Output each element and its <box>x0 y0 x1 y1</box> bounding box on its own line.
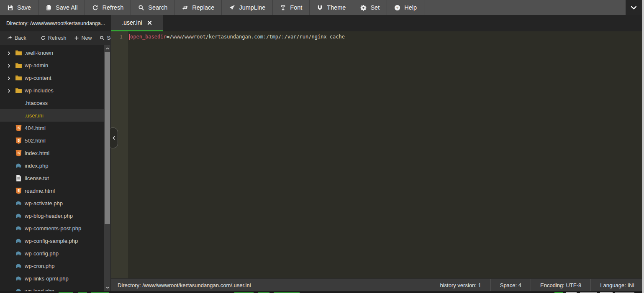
tree-icon-slot: 5 <box>15 125 25 132</box>
status-items: history version: 1Space: 4Encoding: UTF-… <box>431 279 644 291</box>
php-icon <box>15 162 22 169</box>
tree-item-wp-activate-php[interactable]: wp-activate.php <box>0 197 104 209</box>
tree-item-wp-cron-php[interactable]: wp-cron.php <box>0 260 104 272</box>
tree-item-well-known[interactable]: .well-known <box>0 46 104 59</box>
tree-item-index-html[interactable]: 5index.html <box>0 147 104 159</box>
sidebar-collapse-handle[interactable] <box>110 127 118 148</box>
tree-scrollbar <box>104 45 110 291</box>
tree-item-404-html[interactable]: 5404.html <box>0 122 104 134</box>
toolbar-button-label: JumpLine <box>239 4 265 11</box>
code-value: =/www/wwwroot/kertasundangan.com:/tmp/:/… <box>167 34 345 40</box>
status-item-space: Space: 4 <box>491 279 531 291</box>
sidebar-button-refresh[interactable]: Refresh <box>37 35 70 41</box>
tree-expand-slot <box>7 101 15 105</box>
tree-item-license-txt[interactable]: license.txt <box>0 172 104 184</box>
sidebar-button-new[interactable]: New <box>70 35 96 41</box>
toolbar-button-set[interactable]: Set <box>353 0 387 15</box>
toolbar-button-replace[interactable]: Replace <box>175 0 222 15</box>
php-icon <box>15 288 22 292</box>
html-icon: 5 <box>15 150 22 157</box>
svg-text:?: ? <box>396 5 398 10</box>
tree-item-label: wp-includes <box>25 87 54 94</box>
tree-item-label: license.txt <box>25 175 49 181</box>
back-icon <box>7 36 12 41</box>
tree-item-label: readme.html <box>25 188 55 194</box>
tree-item-label: wp-config-sample.php <box>25 238 78 244</box>
tree-item-wp-load-php[interactable]: wp-load.php <box>0 285 104 291</box>
chevron-left-icon <box>112 136 116 140</box>
status-item-history-version: history version: 1 <box>431 279 490 291</box>
code-editor[interactable]: 1 open_basedir=/www/wwwroot/kertasundang… <box>111 31 642 278</box>
tree-expand-slot <box>7 264 15 268</box>
tree-expand-slot[interactable] <box>7 63 15 68</box>
toolbar-button-jumpline[interactable]: JumpLine <box>222 0 273 15</box>
html-icon: 5 <box>15 125 22 132</box>
theme-icon <box>317 5 323 11</box>
tree-item-wp-comments-post-php[interactable]: wp-comments-post.php <box>0 222 104 234</box>
gear-icon <box>360 5 367 11</box>
chevron-up-icon <box>105 46 110 51</box>
tree-item-label: .well-known <box>25 50 53 56</box>
tree-item-wp-config-sample-php[interactable]: wp-config-sample.php <box>0 234 104 247</box>
tree-item-wp-content[interactable]: wp-content <box>0 71 104 84</box>
tree-icon-slot: 5 <box>15 150 25 157</box>
tree-expand-slot <box>7 138 15 143</box>
toolbar-button-save-all[interactable]: Save All <box>38 0 85 15</box>
toolbar-button-theme[interactable]: Theme <box>310 0 353 15</box>
chevron-right-icon <box>7 64 11 68</box>
save-icon <box>7 5 13 11</box>
file-tree: .well-knownwp-adminwp-contentwp-includes… <box>0 45 104 291</box>
php-icon <box>15 250 22 257</box>
toolbar-button-search[interactable]: Search <box>131 0 175 15</box>
toolbar-button-refresh[interactable]: Refresh <box>85 0 131 15</box>
chevron-down-icon <box>630 4 637 11</box>
tree-item-label: wp-activate.php <box>25 200 63 206</box>
php-icon <box>15 225 22 232</box>
tab-user-ini[interactable]: .user.ini <box>111 15 163 31</box>
tree-item-htaccess[interactable]: .htaccess <box>0 97 104 109</box>
chevron-right-icon <box>7 76 11 81</box>
tree-item-index-php[interactable]: index.php <box>0 159 104 172</box>
scroll-down-button[interactable] <box>104 285 110 290</box>
tree-expand-slot[interactable] <box>7 88 15 93</box>
tree-item-user-ini[interactable]: .user.ini <box>0 109 104 122</box>
toolbar-button-help[interactable]: ?Help <box>387 0 424 15</box>
tree-expand-slot[interactable] <box>7 76 15 80</box>
folder-icon <box>15 74 22 82</box>
tree-icon-slot <box>15 162 25 169</box>
close-icon[interactable] <box>147 20 152 25</box>
status-item-language: Language: INI <box>591 279 644 291</box>
tree-expand-slot <box>7 176 15 181</box>
php-icon <box>15 200 22 207</box>
tree-item-502-html[interactable]: 5502.html <box>0 134 104 147</box>
sidebar-button-back[interactable]: Back <box>3 35 30 41</box>
toolbar-button-label: Set <box>370 4 380 11</box>
scrollbar-thumb[interactable] <box>105 52 110 224</box>
window-scrollbar[interactable] <box>642 0 644 293</box>
tree-expand-slot <box>7 189 15 193</box>
php-icon <box>15 262 22 270</box>
tree-item-wp-config-php[interactable]: wp-config.php <box>0 247 104 260</box>
tree-item-label: wp-comments-post.php <box>25 225 81 232</box>
tree-item-wp-admin[interactable]: wp-admin <box>0 59 104 71</box>
php-icon <box>15 237 22 245</box>
tree-item-wp-blog-header-php[interactable]: wp-blog-header.php <box>0 209 104 222</box>
toolbar-button-save[interactable]: Save <box>0 0 38 15</box>
tree-item-wp-includes[interactable]: wp-includes <box>0 84 104 97</box>
cropped-bottom-row <box>0 291 644 293</box>
toolbar-button-font[interactable]: Font <box>273 0 310 15</box>
scroll-up-button[interactable] <box>104 46 110 51</box>
tree-item-label: .htaccess <box>25 100 48 106</box>
tree-item-readme-html[interactable]: 5readme.html <box>0 184 104 197</box>
toolbar-button-label: Help <box>404 4 417 11</box>
sidebar-button-label: Refresh <box>48 35 67 41</box>
tree-item-wp-links-opml-php[interactable]: wp-links-opml.php <box>0 272 104 285</box>
font-icon <box>280 5 286 11</box>
tree-expand-slot[interactable] <box>7 51 15 55</box>
tab-label: .user.ini <box>122 19 142 26</box>
tree-icon-slot <box>15 212 25 219</box>
toolbar-collapse-button[interactable] <box>626 0 642 15</box>
search-icon <box>100 36 105 41</box>
chevron-right-icon <box>7 89 11 93</box>
file-sidebar: BackRefreshNewSearch .well-knownwp-admin… <box>0 31 111 291</box>
